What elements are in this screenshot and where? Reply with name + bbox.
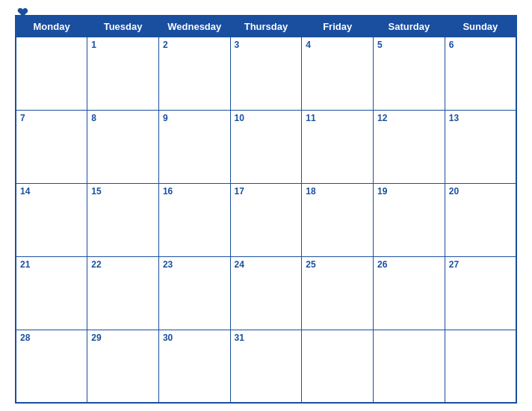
calendar-week-1: 123456: [16, 37, 516, 111]
calendar-cell: [374, 330, 445, 403]
day-number: 1: [91, 40, 155, 50]
calendar-cell: 8: [87, 110, 159, 183]
calendar-cell: 23: [158, 256, 230, 330]
day-number: 18: [306, 186, 369, 197]
day-number: 15: [91, 186, 155, 197]
day-number: 23: [163, 259, 226, 270]
calendar-cell: 9: [158, 110, 230, 183]
day-number: 13: [449, 113, 512, 123]
day-number: 27: [449, 259, 512, 270]
calendar-cell: 13: [445, 110, 516, 183]
day-header-sunday: Sunday: [445, 16, 516, 37]
day-header-thursday: Thursday: [230, 16, 302, 37]
calendar-week-3: 14151617181920: [16, 183, 516, 256]
day-number: 2: [163, 40, 226, 50]
day-number: 30: [163, 333, 226, 343]
day-number: 29: [91, 333, 155, 343]
calendar-cell: 11: [302, 110, 374, 183]
calendar-week-5: 28293031: [16, 330, 516, 403]
calendar-cell: 30: [158, 330, 230, 403]
day-number: 16: [163, 186, 226, 197]
calendar-cell: 19: [374, 183, 445, 256]
day-number: 8: [91, 113, 155, 123]
day-number: 7: [20, 113, 83, 123]
day-number: 11: [306, 113, 369, 123]
calendar-cell: 20: [445, 183, 516, 256]
day-number: 10: [235, 113, 298, 123]
calendar-cell: 27: [445, 256, 516, 330]
day-number: 26: [377, 259, 441, 270]
logo-blue-text: [15, 7, 30, 18]
calendar-cell: 12: [374, 110, 445, 183]
day-number: 3: [235, 40, 298, 50]
calendar-cell: 22: [87, 256, 159, 330]
day-number: 31: [235, 333, 298, 343]
calendar-cell: 10: [230, 110, 302, 183]
day-number: 21: [20, 259, 83, 270]
calendar-cell: 1: [87, 37, 159, 111]
logo: [15, 7, 30, 18]
day-number: 5: [377, 40, 441, 50]
calendar-week-4: 21222324252627: [16, 256, 516, 330]
calendar-cell: 28: [16, 330, 87, 403]
calendar-cell: 24: [230, 256, 302, 330]
calendar-header: [15, 7, 517, 10]
day-header-wednesday: Wednesday: [158, 16, 230, 37]
calendar-cell: 4: [302, 37, 374, 111]
day-number: 17: [235, 186, 298, 197]
logo-bird-icon: [15, 7, 28, 18]
calendar-cell: 21: [16, 256, 87, 330]
day-header-monday: Monday: [16, 16, 87, 37]
calendar-cell: 14: [16, 183, 87, 256]
calendar-cell: 15: [87, 183, 159, 256]
calendar-cell: 6: [445, 37, 516, 111]
day-number: 12: [377, 113, 441, 123]
day-header-saturday: Saturday: [374, 16, 445, 37]
days-header: MondayTuesdayWednesdayThursdayFridaySatu…: [16, 16, 516, 37]
day-number: 25: [306, 259, 369, 270]
calendar-cell: [16, 37, 87, 111]
calendar-cell: 18: [302, 183, 374, 256]
calendar-table: MondayTuesdayWednesdayThursdayFridaySatu…: [15, 15, 517, 404]
day-number: 14: [20, 186, 83, 197]
day-number: 20: [449, 186, 512, 197]
calendar-cell: 5: [374, 37, 445, 111]
calendar-cell: 29: [87, 330, 159, 403]
calendar-cell: 3: [230, 37, 302, 111]
day-number: 9: [163, 113, 226, 123]
calendar-cell: 2: [158, 37, 230, 111]
calendar-cell: 7: [16, 110, 87, 183]
day-number: 6: [449, 40, 512, 50]
day-number: 4: [306, 40, 369, 50]
calendar-week-2: 78910111213: [16, 110, 516, 183]
calendar-cell: [445, 330, 516, 403]
calendar-cell: 17: [230, 183, 302, 256]
day-header-friday: Friday: [302, 16, 374, 37]
day-number: 24: [235, 259, 298, 270]
day-number: 19: [377, 186, 441, 197]
calendar-body: 1234567891011121314151617181920212223242…: [16, 37, 516, 404]
calendar-cell: 26: [374, 256, 445, 330]
calendar-header-row: MondayTuesdayWednesdayThursdayFridaySatu…: [16, 16, 516, 37]
day-header-tuesday: Tuesday: [87, 16, 159, 37]
day-number: 22: [91, 259, 155, 270]
calendar-cell: [302, 330, 374, 403]
calendar-cell: 31: [230, 330, 302, 403]
day-number: 28: [20, 333, 83, 343]
calendar-cell: 16: [158, 183, 230, 256]
calendar-cell: 25: [302, 256, 374, 330]
